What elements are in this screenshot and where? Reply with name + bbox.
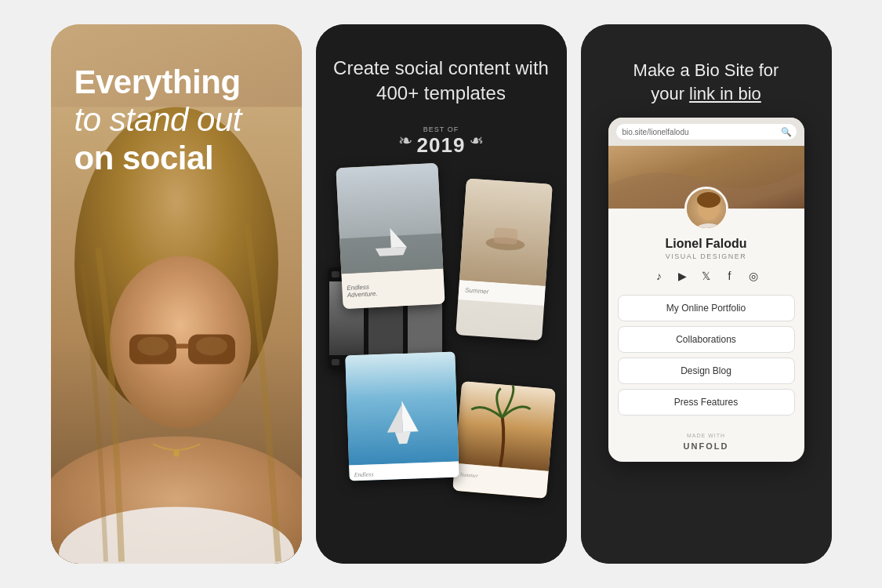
social-icons-row: ♪ ▶ 𝕏 f ◎	[621, 268, 792, 284]
badge-year: 2019	[417, 133, 466, 158]
laurel-right: ❧	[470, 131, 484, 151]
link-press-features: Press Features	[618, 389, 795, 416]
panel-3-title-line2: your link in bio	[651, 84, 761, 103]
panel-3-screenshot: Make a Bio Site for your link in bio bio…	[581, 24, 832, 564]
profile-links: My Online Portfolio Collaborations Desig…	[608, 295, 804, 428]
panel-3-headline: Make a Bio Site for your link in bio	[615, 24, 798, 118]
svg-point-44	[697, 192, 720, 208]
svg-point-8	[196, 337, 227, 356]
youtube-icon: ▶	[675, 268, 691, 284]
svg-rect-24	[332, 359, 339, 365]
panel-1-line2: to stand out	[74, 101, 242, 138]
panel-1-line1: Everything	[74, 64, 241, 100]
panel-1-headline: Everything to stand out on social	[74, 64, 278, 177]
template-card-1: EndlessAdventure.	[336, 163, 445, 310]
link-collaborations: Collaborations	[618, 326, 795, 353]
facebook-icon: f	[722, 268, 738, 284]
template-card-ocean: Endless	[345, 352, 459, 481]
laurel-left: ❧	[398, 131, 412, 151]
panel-2-headline: Create social content with 400+ template…	[316, 24, 567, 119]
profile-name: Lionel Falodu	[621, 237, 792, 251]
url-bar: bio.site/lionelfalodu 🔍	[616, 124, 797, 140]
profile-title: VISUAL DESIGNER	[621, 252, 792, 260]
panel-1-line3: on social	[74, 140, 214, 176]
panel-1-screenshot: Everything to stand out on social	[51, 24, 302, 564]
profile-avatar	[684, 187, 728, 230]
phone-footer: MADE WITH UNFOLD	[608, 428, 804, 462]
link-design-blog: Design Blog	[618, 358, 795, 384]
panel-3-title-line1: Make a Bio Site for	[633, 60, 779, 80]
template-card-2: Summer	[456, 178, 553, 340]
phone-hero-background	[608, 146, 804, 209]
panel-2-screenshot: Create social content with 400+ template…	[316, 24, 567, 564]
svg-rect-38	[455, 381, 556, 471]
tiktok-icon: ♪	[652, 268, 667, 284]
badge-top-label: BEST OF	[423, 125, 459, 133]
templates-collage: EndlessAdventure.	[316, 165, 567, 564]
apple-badge: ❧ BEST OF 2019 ❧	[398, 125, 485, 158]
link-portfolio: My Online Portfolio	[618, 295, 795, 321]
browser-bar: bio.site/lionelfalodu 🔍	[608, 118, 804, 146]
template-card-palm: Summer	[452, 381, 556, 499]
panel-2-title: Create social content with 400+ template…	[332, 56, 551, 107]
made-with-label: MADE WITH	[608, 433, 804, 438]
svg-rect-15	[493, 227, 517, 245]
svg-rect-6	[175, 344, 189, 349]
search-icon: 🔍	[781, 127, 790, 136]
profile-info: Lionel Falodu VISUAL DESIGNER ♪ ▶ 𝕏 f ◎	[608, 237, 804, 284]
screenshots-container: Everything to stand out on social Create…	[27, 1, 855, 587]
twitter-icon: 𝕏	[699, 268, 714, 284]
instagram-icon: ◎	[746, 268, 761, 284]
svg-rect-17	[332, 271, 339, 278]
svg-point-10	[173, 451, 180, 457]
url-text: bio.site/lionelfalodu	[622, 128, 689, 136]
svg-point-7	[137, 337, 169, 356]
svg-text:Endless: Endless	[353, 470, 373, 478]
brand-label: UNFOLD	[684, 441, 729, 451]
phone-mockup: bio.site/lionelfalodu 🔍	[608, 118, 804, 462]
